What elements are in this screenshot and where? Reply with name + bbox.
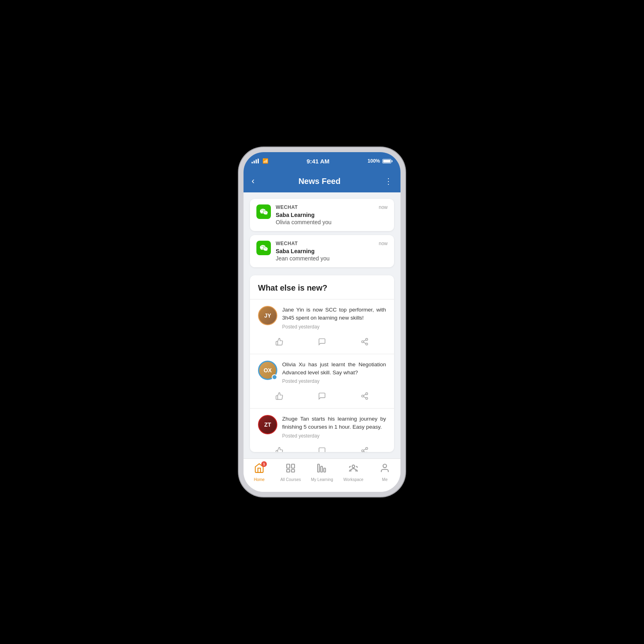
feed-item-date: Posted yesterday — [282, 433, 386, 439]
feed-item-actions — [258, 387, 386, 402]
me-icon — [380, 463, 390, 476]
feed-item: OX Olivia Xu has just learnt the Negotia… — [250, 354, 394, 409]
share-button[interactable] — [354, 390, 375, 402]
share-button[interactable] — [354, 445, 375, 452]
feed-item-actions — [258, 333, 386, 347]
feed-item-text: Zhuge Tan starts his learning journey by… — [282, 415, 386, 431]
svg-point-7 — [366, 397, 368, 399]
feed-item: ZT Zhuge Tan starts his learning journey… — [250, 408, 394, 452]
nav-label-my-learning: My Learning — [311, 477, 333, 482]
notifications-section: WECHAT now Saba Learning Olivia commente… — [244, 192, 400, 270]
nav-label-workspace: Workspace — [343, 477, 363, 482]
header-title: News Feed — [298, 177, 340, 186]
svg-rect-16 — [291, 464, 295, 468]
home-badge: 1 — [261, 461, 267, 467]
wechat-icon — [256, 204, 271, 219]
avatar: ZT — [258, 415, 277, 434]
like-button[interactable] — [269, 445, 290, 452]
comment-button[interactable] — [312, 336, 332, 347]
feed-item: JY Jane Yin is now SCC top performer, wi… — [250, 299, 394, 354]
battery-icon — [382, 159, 392, 163]
svg-line-9 — [363, 394, 366, 395]
avatar-wrapper: JY — [258, 306, 277, 325]
bottom-nav: 1 Home All Courses — [244, 458, 400, 492]
notification-title: Saba Learning — [276, 212, 388, 218]
avatar-wrapper: ZT — [258, 415, 277, 434]
nav-label-home: Home — [254, 477, 265, 482]
back-button[interactable]: ‹ — [250, 174, 256, 188]
notification-text: Olivia commented you — [276, 219, 388, 225]
menu-button[interactable]: ⋮ — [383, 175, 394, 188]
like-button[interactable] — [269, 390, 290, 402]
status-time: 9:41 AM — [307, 158, 330, 165]
notification-card[interactable]: WECHAT now Saba Learning Olivia commente… — [250, 199, 394, 231]
share-button[interactable] — [354, 336, 375, 347]
feed-item-date: Posted yesterday — [282, 378, 386, 384]
home-icon: 1 — [254, 463, 264, 476]
comment-button[interactable] — [312, 390, 332, 402]
feed-item-content: Olivia Xu has just learnt the Negotiatio… — [282, 361, 386, 384]
avatar: JY — [258, 306, 277, 325]
notification-title: Saba Learning — [276, 248, 388, 254]
feed-item-content: Zhuge Tan starts his learning journey by… — [282, 415, 386, 439]
nav-item-all-courses[interactable]: All Courses — [275, 463, 306, 482]
svg-point-23 — [383, 464, 387, 468]
notification-source: WECHAT — [276, 204, 298, 210]
notification-time: now — [379, 241, 388, 246]
svg-line-8 — [363, 396, 366, 398]
whats-new-section: What else is new? JY Jane Yin is now SCC… — [250, 275, 394, 452]
avatar-wrapper: OX — [258, 361, 277, 380]
battery-percentage: 100% — [367, 158, 380, 164]
comment-button[interactable] — [312, 445, 332, 452]
svg-line-13 — [363, 451, 366, 452]
feed-item-actions — [258, 442, 386, 452]
online-dot — [272, 374, 277, 380]
svg-rect-15 — [287, 464, 290, 468]
all-courses-icon — [285, 463, 296, 476]
status-left: 📶 — [252, 158, 268, 164]
svg-point-11 — [362, 450, 364, 452]
nav-item-my-learning[interactable]: My Learning — [306, 463, 338, 482]
svg-rect-19 — [318, 464, 319, 472]
my-learning-icon — [317, 463, 327, 476]
notification-body: WECHAT now Saba Learning Olivia commente… — [276, 204, 388, 225]
svg-line-3 — [363, 342, 366, 343]
notification-body: WECHAT now Saba Learning Jean commented … — [276, 241, 388, 262]
like-button[interactable] — [269, 336, 290, 347]
nav-label-all-courses: All Courses — [280, 477, 301, 482]
status-right: 100% — [367, 158, 392, 164]
svg-point-5 — [366, 393, 368, 395]
svg-rect-21 — [324, 468, 325, 472]
feed-item-text: Olivia Xu has just learnt the Negotiatio… — [282, 361, 386, 377]
svg-line-4 — [363, 340, 366, 341]
svg-rect-20 — [321, 466, 322, 472]
signal-bars-icon — [252, 159, 259, 163]
svg-line-14 — [363, 449, 366, 450]
feed-item-text: Jane Yin is now SCC top performer, with … — [282, 306, 386, 322]
whats-new-title: What else is new? — [250, 275, 394, 299]
phone-frame: 📶 9:41 AM 100% ‹ News Feed ⋮ — [244, 152, 400, 492]
wifi-icon: 📶 — [262, 158, 268, 164]
wechat-icon — [256, 241, 271, 255]
notification-card[interactable]: WECHAT now Saba Learning Jean commented … — [250, 235, 394, 267]
workspace-icon — [348, 463, 359, 476]
svg-rect-17 — [287, 469, 290, 472]
app-header: ‹ News Feed ⋮ — [244, 170, 400, 192]
notification-text: Jean commented you — [276, 255, 388, 262]
feed-item-date: Posted yesterday — [282, 324, 386, 330]
svg-point-1 — [362, 341, 364, 343]
nav-item-home[interactable]: 1 Home — [244, 463, 275, 482]
notification-source: WECHAT — [276, 241, 298, 246]
nav-label-me: Me — [382, 477, 388, 482]
nav-item-workspace[interactable]: Workspace — [338, 463, 369, 482]
svg-point-6 — [362, 395, 364, 397]
nav-item-me[interactable]: Me — [369, 463, 400, 482]
content-area: WECHAT now Saba Learning Olivia commente… — [244, 192, 400, 458]
svg-point-22 — [352, 465, 355, 468]
feed-item-content: Jane Yin is now SCC top performer, with … — [282, 306, 386, 330]
status-bar: 📶 9:41 AM 100% — [244, 152, 400, 170]
svg-point-2 — [366, 343, 368, 345]
notification-time: now — [379, 204, 388, 210]
svg-point-0 — [366, 338, 368, 340]
svg-rect-18 — [291, 469, 295, 472]
